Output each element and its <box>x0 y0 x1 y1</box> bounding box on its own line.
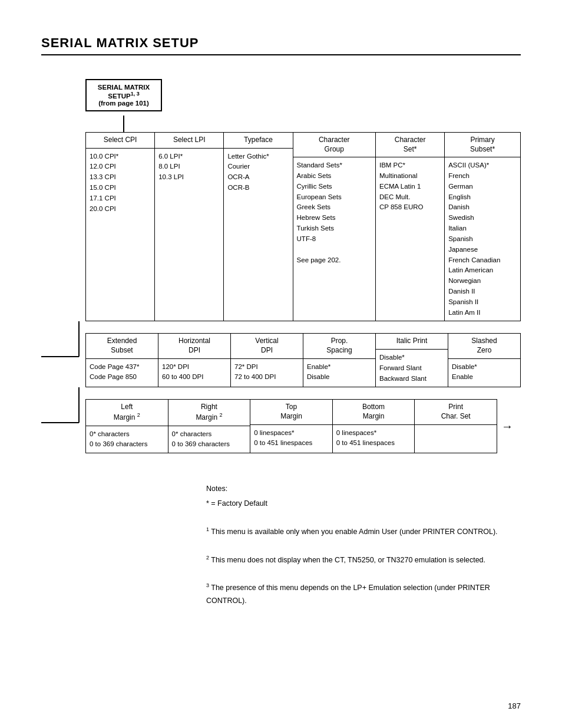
title-divider <box>41 54 521 55</box>
col-items-slashed-zero: Disable*Enable <box>448 359 520 386</box>
note2: 2 This menu does not display when the CT… <box>206 554 521 566</box>
col-header-prop-spacing: Prop.Spacing <box>303 334 375 358</box>
col-items-left-margin: 0* characters0 to 369 characters <box>86 426 168 453</box>
note1: 1 This menu is available only when you e… <box>206 525 521 538</box>
section1: Select CPI 10.0 CPI*12.0 CPI13.3 CPI15.0… <box>85 132 521 321</box>
section2-col-prop-spacing: Prop.Spacing Enable*Disable <box>303 334 376 387</box>
col-header-left-margin: LeftMargin 2 <box>86 400 168 426</box>
section3-col-bottom-margin: BottomMargin 0 linespaces*0 to 451 lines… <box>333 400 415 453</box>
col-header-right-margin: RightMargin 2 <box>168 400 250 426</box>
section2: ExtendedSubset Code Page 437*Code Page 8… <box>85 333 521 387</box>
col-header-select-lpi: Select LPI <box>155 133 223 149</box>
col-header-char-group: CharacterGroup <box>293 133 375 157</box>
factory-default-note: * = Factory Default <box>206 498 521 510</box>
col-items-primary-subset: ASCII (USA)*FrenchGermanEnglishDanishSwe… <box>445 157 520 321</box>
col-items-top-margin: 0 linespaces*0 to 451 linespaces <box>250 425 332 452</box>
col-items-char-group: Standard Sets*Arabic SetsCyrillic SetsEu… <box>293 157 375 268</box>
col-items-extended-subset: Code Page 437*Code Page 850 <box>86 359 158 386</box>
col-items-typeface: Letter Gothic*CourierOCR-AOCR-B <box>224 149 292 196</box>
col-items-vert-dpi: 72* DPI72 to 400 DPI <box>231 359 303 386</box>
col-items-char-set: IBM PC*MultinationalECMA Latin 1DEC Mult… <box>376 157 444 216</box>
col-header-typeface: Typeface <box>224 133 292 149</box>
section1-col-primary-subset: PrimarySubset* ASCII (USA)*FrenchGermanE… <box>445 133 520 321</box>
col-header-select-cpi: Select CPI <box>86 133 154 149</box>
section2-col-vert-dpi: VerticalDPI 72* DPI72 to 400 DPI <box>231 334 303 387</box>
notes-label: Notes: <box>206 483 521 495</box>
section2-col-slashed-zero: SlashedZero Disable*Enable <box>448 334 520 387</box>
col-items-bottom-margin: 0 linespaces*0 to 451 linespaces <box>333 425 415 452</box>
section1-col-char-set: CharacterSet* IBM PC*MultinationalECMA L… <box>376 133 445 321</box>
section3-col-top-margin: TopMargin 0 linespaces*0 to 451 linespac… <box>250 400 333 453</box>
section3-col-left-margin: LeftMargin 2 0* characters0 to 369 chara… <box>86 400 168 453</box>
col-header-extended-subset: ExtendedSubset <box>86 334 158 358</box>
col-header-vert-dpi: VerticalDPI <box>231 334 303 358</box>
col-items-prop-spacing: Enable*Disable <box>303 359 375 386</box>
section3: LeftMargin 2 0* characters0 to 369 chara… <box>85 399 497 453</box>
section1-col-typeface: Typeface Letter Gothic*CourierOCR-AOCR-B <box>224 133 293 321</box>
section3-col-right-margin: RightMargin 2 0* characters0 to 369 char… <box>168 400 251 453</box>
col-items-select-cpi: 10.0 CPI*12.0 CPI13.3 CPI15.0 CPI17.1 CP… <box>86 149 154 218</box>
col-header-char-set: CharacterSet* <box>376 133 444 157</box>
section3-col-print-char-set: PrintChar. Set → <box>415 400 497 453</box>
page-number: 187 <box>508 701 521 710</box>
section1-col-select-cpi: Select CPI 10.0 CPI*12.0 CPI13.3 CPI15.0… <box>86 133 155 321</box>
section1-col-char-group: CharacterGroup Standard Sets*Arabic Sets… <box>293 133 376 321</box>
col-items-italic-print: Disable*Forward SlantBackward Slant <box>376 350 448 387</box>
col-header-bottom-margin: BottomMargin <box>333 400 415 424</box>
section2-col-horiz-dpi: HorizontalDPI 120* DPI60 to 400 DPI <box>158 334 231 387</box>
col-items-right-margin: 0* characters0 to 369 characters <box>168 426 250 453</box>
section2-col-extended-subset: ExtendedSubset Code Page 437*Code Page 8… <box>86 334 158 387</box>
col-header-primary-subset: PrimarySubset* <box>445 133 520 157</box>
section2-col-italic-print: Italic Print Disable*Forward SlantBackwa… <box>376 334 448 387</box>
section1-col-select-lpi: Select LPI 6.0 LPI*8.0 LPI10.3 LPI <box>155 133 224 321</box>
col-items-print-char-set <box>415 425 497 453</box>
col-header-italic-print: Italic Print <box>376 334 448 350</box>
note3: 3 The presence of this menu depends on t… <box>206 581 521 607</box>
col-items-horiz-dpi: 120* DPI60 to 400 DPI <box>158 359 230 386</box>
col-header-horiz-dpi: HorizontalDPI <box>158 334 230 358</box>
root-node: SERIAL MATRIX SETUP1, 3 (from page 101) <box>85 79 162 111</box>
col-items-select-lpi: 6.0 LPI*8.0 LPI10.3 LPI <box>155 149 223 186</box>
col-header-slashed-zero: SlashedZero <box>448 334 520 358</box>
page-title: SERIAL MATRIX SETUP <box>41 35 521 51</box>
col-header-top-margin: TopMargin <box>250 400 332 424</box>
right-arrow: → <box>501 420 513 433</box>
col-header-print-char-set: PrintChar. Set <box>415 400 497 424</box>
